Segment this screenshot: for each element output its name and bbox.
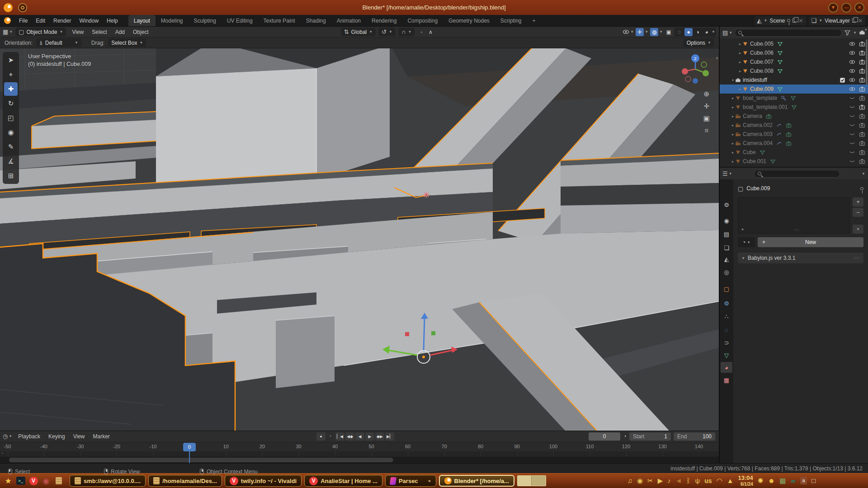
hide-viewport-toggle[interactable] xyxy=(849,158,855,164)
material-slot-list[interactable]: ▸ ∷∷ xyxy=(738,197,850,234)
disable-render-toggle[interactable] xyxy=(859,41,865,47)
current-frame-field[interactable]: 0 xyxy=(589,432,620,441)
wifi-icon[interactable]: ◠ xyxy=(717,477,722,484)
close-button[interactable]: ✕ xyxy=(854,3,864,13)
disclosure-icon[interactable]: ▸ xyxy=(731,160,735,164)
hide-viewport-toggle[interactable] xyxy=(849,113,855,119)
prev-keyframe-button[interactable]: ◀◆ xyxy=(345,432,354,441)
status-dot-icon[interactable]: ◉ xyxy=(637,477,643,484)
properties-tab-output[interactable]: ▤ xyxy=(721,229,732,239)
volume-muted-icon[interactable]: ◄ xyxy=(675,477,682,484)
taskbar-clock[interactable]: 13:04 6/1/24 xyxy=(738,475,753,486)
slot-specials-dropdown[interactable]: ▼ xyxy=(853,225,863,234)
disable-render-toggle[interactable] xyxy=(859,122,865,128)
hide-viewport-toggle[interactable] xyxy=(849,95,855,101)
properties-tab-texture[interactable]: ▦ xyxy=(721,375,732,385)
timeline-scrollbar-thumb[interactable] xyxy=(9,458,393,462)
tool-move[interactable]: ✚ xyxy=(4,82,18,96)
properties-tab-physics[interactable]: ◌ xyxy=(721,324,732,335)
timeline-scrollbar[interactable] xyxy=(0,457,719,463)
viewport-menu-select[interactable]: Select xyxy=(88,29,111,35)
xray-toggle[interactable]: ▣ xyxy=(665,28,673,36)
tab-uv-editing[interactable]: UV Editing xyxy=(222,15,258,26)
timeline-track[interactable]: › xyxy=(0,451,719,457)
disclosure-icon[interactable]: ▸ xyxy=(738,69,742,73)
workspace-pager[interactable] xyxy=(517,475,546,486)
task-window-analiestar-home[interactable]: VAnalieStar | Home ... xyxy=(304,475,382,487)
task-window-parsec[interactable]: Parsec◄ xyxy=(385,475,436,487)
outliner-row-cube-008[interactable]: ▸Cube.008 xyxy=(720,66,868,75)
launcher-terminal[interactable]: >_ xyxy=(15,475,26,486)
viewlayer-selector[interactable]: ❏▼ ViewLayer ✕ xyxy=(809,16,865,25)
viewport-menu-object[interactable]: Object xyxy=(129,29,153,35)
hide-viewport-toggle[interactable] xyxy=(849,140,855,146)
disable-render-toggle[interactable] xyxy=(859,68,865,74)
launcher-media-player[interactable]: ◉ xyxy=(41,475,52,486)
filter-icon[interactable] xyxy=(844,29,851,36)
hide-viewport-toggle[interactable] xyxy=(849,86,855,92)
viewport-menu-view[interactable]: View xyxy=(68,29,88,35)
tab-layout[interactable]: Layout xyxy=(128,15,156,26)
disclosure-icon[interactable]: ▾ xyxy=(731,78,735,82)
properties-tab-render[interactable]: ◉ xyxy=(721,215,732,226)
menu-window[interactable]: Window xyxy=(75,15,103,26)
timeline-editor-dropdown[interactable]: ◷▼ xyxy=(3,433,12,439)
hide-viewport-toggle[interactable] xyxy=(849,149,855,155)
timeline-playhead[interactable]: 0 xyxy=(183,443,196,451)
shading-solid-button[interactable]: ● xyxy=(684,28,693,36)
properties-tab-constraints[interactable]: ⊃ xyxy=(721,337,732,348)
outliner-row-boat-template[interactable]: ▸boat_template xyxy=(720,94,868,103)
disclosure-icon[interactable]: ▸ xyxy=(738,51,742,55)
play-button[interactable]: ▶ xyxy=(365,432,374,441)
tool-add-cube[interactable]: ⊞ xyxy=(4,169,18,183)
tab-rendering[interactable]: Rendering xyxy=(366,15,402,26)
disable-render-toggle[interactable] xyxy=(859,59,865,65)
timeline-collapse-icon[interactable]: › xyxy=(2,451,3,455)
disclosure-icon[interactable]: ▸ xyxy=(738,87,742,91)
microphone-icon[interactable]: ♪ xyxy=(667,477,671,484)
tool-scale[interactable]: ◰ xyxy=(4,111,18,125)
menu-edit[interactable]: Edit xyxy=(32,15,49,26)
properties-tab-scene[interactable]: ◭ xyxy=(721,253,732,264)
menu-help[interactable]: Help xyxy=(103,15,122,26)
filter-dropdown[interactable]: ▼ xyxy=(853,31,857,35)
tab-sculpting[interactable]: Sculpting xyxy=(189,15,222,26)
timeline-menu-view[interactable]: View xyxy=(69,433,89,440)
toggle-perspective-icon[interactable]: ⌗ xyxy=(703,127,710,135)
disable-render-toggle[interactable] xyxy=(859,50,865,56)
disclosure-icon[interactable]: ▸ xyxy=(738,60,742,64)
outliner-row-insidestuff[interactable]: ▾insidestuff xyxy=(720,75,868,84)
properties-tab-material[interactable]: ◕ xyxy=(721,362,732,373)
player-icon[interactable]: ▶ xyxy=(658,477,663,484)
menu-render[interactable]: Render xyxy=(49,15,75,26)
blender-menu-icon[interactable] xyxy=(0,15,15,26)
proportional-edit-toggle[interactable]: ◦ xyxy=(417,28,425,36)
material-browse-dropdown[interactable]: ◔▼ xyxy=(738,237,755,247)
timeline-ruler[interactable]: -50-40-30-20-100102030405060708090100110… xyxy=(0,442,719,452)
overlays-dropdown[interactable]: ▼ xyxy=(659,30,663,34)
remove-icon[interactable]: ✕ xyxy=(858,18,863,24)
tab-scripting[interactable]: Scripting xyxy=(495,15,527,26)
window-icon[interactable]: □ xyxy=(811,477,816,484)
drag-grip-icon[interactable]: ∷∷ xyxy=(854,256,860,260)
outliner-row-camera[interactable]: ▸Camera xyxy=(720,112,868,121)
hide-viewport-toggle[interactable] xyxy=(849,104,855,110)
outliner-row-cube-009[interactable]: ▸Cube.009 xyxy=(720,84,868,94)
usb-icon[interactable]: ψ xyxy=(695,477,700,484)
shading-wireframe-button[interactable]: ◌ xyxy=(675,28,684,36)
options-dropdown[interactable]: Options▼ xyxy=(684,38,714,47)
resize-grip-icon[interactable]: ∷∷ xyxy=(794,228,799,232)
disclosure-icon[interactable]: ▸ xyxy=(731,150,735,155)
disable-render-toggle[interactable] xyxy=(859,149,865,155)
slot-expand-icon[interactable]: ▸ xyxy=(742,227,744,231)
navigation-gizmo[interactable]: Z xyxy=(679,53,712,85)
outliner-row-camera-003[interactable]: ▸Camera.003 xyxy=(720,130,868,139)
tool-annotate[interactable]: ✎ xyxy=(4,140,18,154)
outliner-row-cube-007[interactable]: ▸Cube.007 xyxy=(720,57,868,66)
zoom-icon[interactable]: ⊕ xyxy=(703,90,710,98)
window-titlebar[interactable]: Blender* [/home/amalie/Desktop/blender/b… xyxy=(0,0,868,15)
unlink-icon[interactable]: ✕ xyxy=(798,18,803,24)
outliner-row-cube-006[interactable]: ▸Cube.006 xyxy=(720,48,868,57)
smiley-icon[interactable]: ☻ xyxy=(768,477,775,484)
gizmo-dropdown[interactable]: ▼ xyxy=(645,30,648,34)
